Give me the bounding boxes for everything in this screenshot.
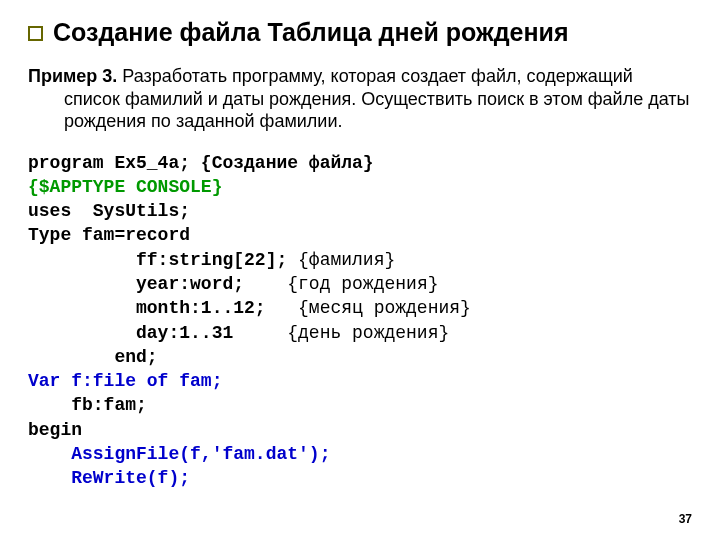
- code-line-14: ReWrite(f);: [28, 468, 190, 488]
- code-line-5b: {фамилия}: [287, 250, 395, 270]
- page-title: Создание файла Таблица дней рождения: [53, 18, 569, 47]
- code-block: program Ex5_4a; {Создание файла} {$APPTY…: [28, 151, 692, 491]
- code-line-8a: day:1..31: [28, 323, 233, 343]
- page-number: 37: [679, 512, 692, 526]
- slide: Создание файла Таблица дней рождения При…: [0, 0, 720, 540]
- code-line-13: AssignFile(f,'fam.dat');: [28, 444, 330, 464]
- code-line-9: end;: [28, 347, 158, 367]
- code-line-7a: month:1..12;: [28, 298, 266, 318]
- code-line-12: begin: [28, 420, 82, 440]
- code-line-2: {$APPTYPE CONSOLE}: [28, 177, 222, 197]
- example-label: Пример 3.: [28, 66, 117, 86]
- code-line-3: uses SysUtils;: [28, 201, 190, 221]
- code-line-6b: {год рождения}: [244, 274, 438, 294]
- title-row: Создание файла Таблица дней рождения: [28, 18, 692, 47]
- example-text: Разработать программу, которая создает ф…: [64, 66, 690, 131]
- code-line-6a: year:word;: [28, 274, 244, 294]
- example-paragraph: Пример 3. Разработать программу, которая…: [28, 65, 692, 133]
- code-line-1b: {Создание файла}: [201, 153, 374, 173]
- code-line-1a: program Ex5_4a;: [28, 153, 201, 173]
- code-line-5a: ff:string[22];: [28, 250, 287, 270]
- code-line-7b: {месяц рождения}: [266, 298, 471, 318]
- code-line-10: Var f:file of fam;: [28, 371, 222, 391]
- code-line-8b: {день рождения}: [233, 323, 449, 343]
- code-line-4: Type fam=record: [28, 225, 190, 245]
- bullet-icon: [28, 26, 43, 41]
- code-line-11: fb:fam;: [28, 395, 147, 415]
